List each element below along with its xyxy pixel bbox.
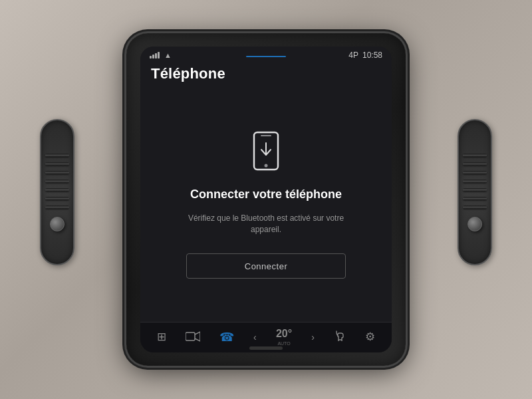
phone-connect-icon (249, 131, 283, 176)
home-indicator (249, 346, 283, 350)
vent-slot (463, 180, 487, 183)
connect-button[interactable]: Connecter (186, 253, 346, 279)
camera-icon (186, 331, 200, 343)
vent-slot (45, 188, 69, 192)
nav-item-settings[interactable]: ⚙ (365, 331, 375, 342)
nav-item-seat[interactable] (334, 330, 346, 344)
right-air-vent (458, 119, 492, 265)
car-dashboard: ▲ 4P 10:58 Téléphone (0, 0, 532, 399)
vent-slot (45, 154, 69, 157)
vent-slot (463, 197, 487, 200)
temperature-display: 20° (276, 328, 292, 340)
vent-slot (45, 180, 69, 183)
clock: 10:58 (362, 51, 382, 60)
connect-phone-title: Connecter votre téléphone (190, 187, 342, 202)
infotainment-screen: ▲ 4P 10:58 Téléphone (140, 47, 392, 352)
svg-point-2 (265, 164, 268, 167)
bluetooth-hint-text: Vérifiez que le Bluetooth est activé sur… (180, 213, 352, 235)
vent-slot (463, 162, 487, 166)
svg-rect-4 (186, 332, 195, 340)
gps-icon: ▲ (164, 51, 172, 59)
apps-grid-icon: ⊞ (157, 331, 166, 342)
status-bar: ▲ 4P 10:58 (140, 47, 392, 63)
chevron-left-icon: ‹ (253, 332, 257, 342)
vent-slot (463, 154, 487, 157)
main-content: Connecter votre téléphone Vérifiez que l… (140, 88, 392, 322)
page-title: Téléphone (151, 65, 225, 82)
chevron-right-icon: › (311, 332, 315, 342)
vent-slot (45, 171, 69, 174)
svg-rect-1 (261, 135, 271, 136)
title-bar: Téléphone (140, 63, 392, 88)
nav-item-media[interactable] (186, 331, 200, 343)
status-divider (246, 56, 286, 57)
screen-bezel: ▲ 4P 10:58 Téléphone (126, 33, 406, 366)
nav-item-phone[interactable]: ☎ (219, 331, 234, 343)
vent-slot (45, 197, 69, 200)
vent-slot (463, 171, 487, 174)
nav-item-temp-down[interactable]: ‹ (253, 332, 257, 342)
audio-label: 4P (348, 51, 358, 60)
settings-gear-icon: ⚙ (365, 331, 375, 342)
vent-slot (463, 188, 487, 192)
nav-item-temperature[interactable]: 20° AUTO (276, 328, 292, 346)
status-right: 4P 10:58 (348, 51, 382, 60)
signal-strength-icon (150, 52, 160, 59)
vent-adjust-knob-left[interactable] (50, 217, 65, 231)
seat-icon (334, 330, 346, 344)
nav-item-temp-up[interactable]: › (311, 332, 315, 342)
status-left: ▲ (150, 51, 172, 59)
nav-item-apps[interactable]: ⊞ (157, 331, 166, 342)
left-air-vent (40, 119, 74, 265)
vent-slot (45, 205, 69, 209)
phone-nav-icon: ☎ (219, 331, 234, 343)
vent-adjust-knob-right[interactable] (467, 217, 482, 231)
vent-slot (45, 162, 69, 166)
vent-slot (463, 205, 487, 209)
